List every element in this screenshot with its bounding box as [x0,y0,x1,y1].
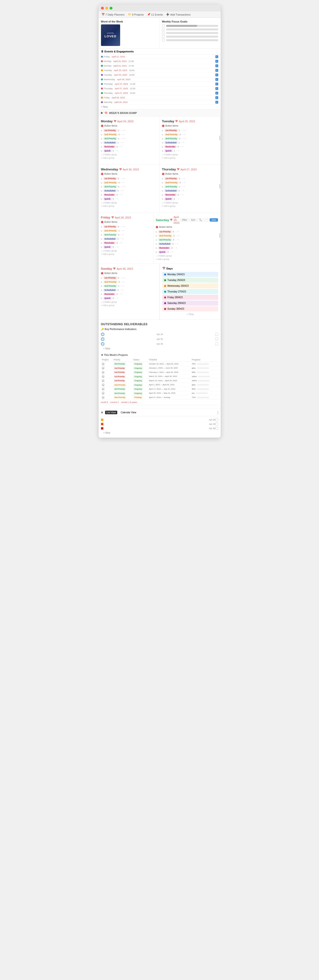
priority-group[interactable]: ▶ Quick 0 ··· + [101,149,157,153]
toolbar-events[interactable]: 📌 11 Events [147,13,163,16]
hidden-group-toggle[interactable]: ↓ 1 hidden group [101,249,151,253]
hidden-group-toggle[interactable]: ↓ 1 hidden group [156,254,218,258]
add-time-button[interactable]: + Time [162,312,218,317]
goal-checkbox-3[interactable] [162,32,165,34]
priority-group[interactable]: ▶ 1st Priority 0 ··· + [156,230,218,234]
add-event-button[interactable]: + New [98,105,221,109]
list-item-thursday[interactable]: Thursday 270423 [162,289,218,294]
priority-group[interactable]: ▶ Scheduled 0 ··· + [101,237,151,241]
kpi-checkbox-2[interactable] [215,338,218,340]
add-group-button[interactable]: + Add a group [156,258,218,261]
tasks-list-view-tab[interactable]: List View [105,410,117,414]
close-button[interactable] [101,7,104,10]
priority-group[interactable]: ▶ 3rd Priority 0 ··· + [101,233,151,237]
list-item-tuesday[interactable]: Tuesday 250423 [162,278,218,283]
scroll-handle[interactable] [219,136,220,140]
add-group-button[interactable]: + Add a group [101,304,157,307]
priority-group[interactable]: ▶ 3rd Priority 0 ··· + ↕ [101,185,157,189]
events-icon: 🗓 [101,50,104,53]
priority-group[interactable]: ▶ Scheduled 1 ··· + [101,141,157,145]
action-icon [101,221,103,223]
task-checkbox[interactable] [215,418,218,421]
priority-group[interactable]: ▶ Scheduled 2 ··· + [162,141,218,145]
add-group-button[interactable]: + Add a group [162,156,218,160]
priority-group[interactable]: ▶ 3rd Priority 1 ··· + [162,185,218,189]
priority-group[interactable]: ▶ 2nd Priority 0 ··· + [101,181,157,185]
priority-group[interactable]: ▶ Reminder 0 ··· + [156,246,218,250]
priority-group[interactable]: ▶ 2nd Priority 0 ··· + [156,234,218,238]
add-kpi-button[interactable]: + New [101,346,218,351]
add-group-button[interactable]: + Add a group [101,204,157,208]
toolbar-daily-planners[interactable]: 📅 7 Daily Planners [102,13,125,16]
priority-group[interactable]: ▶ Quick 0 ··· + [162,197,218,201]
priority-group[interactable]: ▶ 2nd Priority 0 ··· + [162,181,218,185]
list-item-monday[interactable]: Monday 240423 [162,272,218,277]
add-task-button[interactable]: + New [101,431,218,435]
goal-checkbox-5[interactable] [162,39,165,41]
priority-group[interactable]: ▶ 2nd Priority 1 ··· + [101,229,151,232]
hidden-group-toggle[interactable]: ↓ 1 hidden group [162,153,218,156]
goal-checkbox-2[interactable] [162,28,165,31]
priority-group[interactable]: ▶ Reminder 0 ··· + [162,193,218,197]
priority-group[interactable]: ▶ 1st Priority 0 ··· + [162,177,218,180]
hidden-group-toggle[interactable]: ↓ 1 hidden group [101,300,157,304]
kpi-checkbox-1[interactable] [215,333,218,336]
minimize-button[interactable] [105,7,108,10]
priority-group[interactable]: ▶ 1st Priority 2 ··· + ↕ [162,129,218,132]
priority-group[interactable]: ▶ 2nd Priority 0 ··· + [101,280,157,284]
hidden-group-toggle[interactable]: ↓ 1 hidden group [101,153,157,156]
priority-group[interactable]: ▶ Reminder 0 ··· + [101,145,157,149]
priority-group[interactable]: ▶ Quick 9 ··· + [156,250,218,254]
pin-icon: 📌 [147,13,151,16]
priority-group[interactable]: ▶ Reminder 0 ··· + [101,241,151,245]
tasks-calendar-view-tab[interactable]: Calendar View [119,410,138,414]
list-item-saturday[interactable]: Saturday 290423 [162,301,218,305]
new-saturday-button[interactable]: New [209,218,218,222]
maximize-button[interactable] [110,7,113,10]
priority-group[interactable]: ▶ Reminder 0 ··· + [101,292,157,296]
plus-icon: + [103,431,105,434]
kpi-checkbox-3[interactable] [215,342,218,345]
filter-button[interactable]: Filter [181,218,189,222]
list-item-friday[interactable]: Friday 280423 [162,295,218,300]
priority-group[interactable]: ▶ Scheduled 0 ··· + [162,189,218,192]
search-button[interactable]: 🔍 [198,218,203,222]
priority-group[interactable]: ▶ Quick 0 ··· + [101,296,157,300]
priority-group[interactable]: ▶ 3rd Priority 1 ··· + [101,284,157,288]
priority-group[interactable]: ▶ Quick 0 ··· + [101,197,157,201]
priority-group[interactable]: ▶ 1st Priority 0 ··· + ↕ [101,276,157,280]
scroll-handle[interactable] [219,233,220,238]
priority-group[interactable]: ▶ 3rd Priority 3 ··· + ↕ [162,137,218,140]
scroll-handle[interactable] [219,184,220,189]
add-group-button[interactable]: + Add a group [162,204,218,208]
priority-group[interactable]: ▶ Scheduled 0 ··· + [101,189,157,192]
hidden-group-toggle[interactable]: ↓ 1 hidden group [101,201,157,204]
priority-group[interactable]: ▶ Reminder 0 ··· + [101,193,157,197]
goal-checkbox-4[interactable] [162,35,165,38]
priority-group[interactable]: ▶ Quick 1 ··· + [162,149,218,153]
priority-group[interactable]: ▶ Reminder 0 ··· + [162,145,218,149]
sort-button[interactable]: Sort [189,218,197,222]
priority-group[interactable]: ▶ 2nd Priority 0 ··· + [101,132,157,137]
priority-group[interactable]: ▶ 1st Priority 0 ··· + ↕ [101,177,157,180]
list-item-wednesday[interactable]: Wednesday 260423 [162,283,218,288]
priority-group[interactable]: ▶ 1st Priority 0 ··· + ↕ [101,225,151,229]
hidden-group-toggle[interactable]: ↓ 1 hidden group [162,201,218,204]
kpi-row-2: ↻ Apr 25 [101,337,218,342]
priority-group[interactable]: ▶ 2nd Priority 0 ··· + [162,132,218,137]
dots-button[interactable]: ··· [204,218,209,222]
task-checkbox[interactable] [215,423,218,425]
priority-group[interactable]: ▶ Scheduled 0 ··· + [101,288,157,292]
toolbar-add-transactions[interactable]: ➕ Add Transactions [166,13,190,16]
priority-group[interactable]: ▶ 3rd Priority 1 ··· + ↕ [101,137,157,140]
priority-group[interactable]: ▶ 3rd Priority 9 ··· + [156,238,218,242]
priority-group[interactable]: ▶ 1st Priority 2 ··· + ↕ [101,129,157,132]
add-group-button[interactable]: + Add a group [101,253,151,256]
priority-group[interactable]: ▶ Quick 0 ··· + [101,245,151,249]
task-checkbox[interactable] [215,427,218,430]
goal-checkbox-1[interactable] [162,24,165,27]
toolbar-projects[interactable]: 📁 9 Projects [128,13,144,16]
list-item-sunday[interactable]: Sunday 300423 [162,306,218,311]
priority-group[interactable]: ▶ Scheduled 0 ··· + [156,242,218,246]
add-group-button[interactable]: + Add a group [101,156,157,160]
